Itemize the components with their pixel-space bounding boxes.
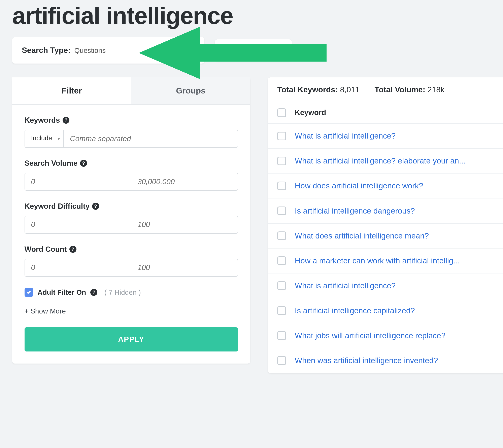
adult-filter-line2: / Keywords bbox=[223, 50, 284, 58]
adult-filter-summary-card[interactable]: Adult Filt... / Keywords bbox=[215, 39, 292, 61]
search-type-card[interactable]: Search Type: Questions bbox=[12, 37, 204, 64]
include-select-value: Include bbox=[31, 134, 52, 142]
results-panel: Total Keywords: 8,011 Total Volume: 218k… bbox=[268, 77, 503, 373]
adult-filter-label: Adult Filter On bbox=[38, 288, 86, 296]
wordcount-label: Word Count ? bbox=[25, 245, 238, 254]
table-row: What is artificial intelligence? elabora… bbox=[268, 149, 503, 174]
topbar: Search Type: Questions Adult Filt... / K… bbox=[12, 37, 503, 64]
difficulty-max-input[interactable] bbox=[131, 216, 238, 234]
tab-groups[interactable]: Groups bbox=[131, 77, 250, 104]
row-checkbox[interactable] bbox=[277, 132, 286, 140]
table-row: What is artificial intelligence?14.4k bbox=[268, 124, 503, 149]
results-summary: Total Keywords: 8,011 Total Volume: 218k bbox=[268, 77, 503, 102]
search-type-value: Questions bbox=[74, 47, 106, 54]
help-icon[interactable]: ? bbox=[90, 289, 97, 296]
keyword-link[interactable]: What does artificial intelligence mean? bbox=[295, 231, 429, 240]
row-checkbox[interactable] bbox=[277, 356, 286, 365]
keywords-input[interactable] bbox=[63, 130, 238, 148]
help-icon[interactable]: ? bbox=[63, 117, 70, 124]
search-type-label: Search Type: bbox=[22, 46, 70, 54]
table-row: Is artificial intelligence dangerous?720 bbox=[268, 198, 503, 224]
filter-tabs: Filter Groups bbox=[12, 77, 250, 105]
keyword-link[interactable]: How does artificial intelligence work? bbox=[295, 181, 423, 190]
total-keywords-label: Total Keywords: bbox=[277, 85, 338, 94]
table-row: How does artificial intelligence work?1.… bbox=[268, 174, 503, 198]
keyword-link[interactable]: What is artificial intelligence? elabora… bbox=[295, 157, 466, 165]
keyword-link[interactable]: When was artificial intelligence invente… bbox=[295, 356, 438, 365]
keyword-link[interactable]: What is artificial intelligence? bbox=[295, 131, 396, 140]
wordcount-min-input[interactable] bbox=[25, 259, 131, 277]
column-keyword[interactable]: Keyword bbox=[295, 108, 503, 117]
keyword-link[interactable]: How a marketer can work with artificial … bbox=[295, 256, 460, 265]
search-volume-max-input[interactable] bbox=[131, 173, 238, 191]
keywords-include-select[interactable]: Include ▾ bbox=[25, 130, 64, 148]
keyword-link[interactable]: What is artificial intelligence? bbox=[295, 281, 396, 290]
keywords-label-text: Keywords bbox=[25, 116, 60, 125]
keyword-link[interactable]: What jobs will artificial intelligence r… bbox=[295, 331, 445, 340]
row-checkbox[interactable] bbox=[277, 281, 286, 290]
page-title: artificial intelligence bbox=[12, 2, 503, 29]
total-volume-label: Total Volume: bbox=[374, 85, 425, 94]
row-checkbox[interactable] bbox=[277, 231, 286, 240]
check-icon bbox=[26, 290, 31, 295]
difficulty-min-input[interactable] bbox=[25, 216, 131, 234]
difficulty-label: Keyword Difficulty ? bbox=[25, 202, 238, 210]
help-icon[interactable]: ? bbox=[92, 203, 99, 210]
tab-filter[interactable]: Filter bbox=[12, 77, 131, 104]
row-checkbox[interactable] bbox=[277, 331, 286, 340]
table-row: What does artificial intelligence mean?5… bbox=[268, 224, 503, 249]
show-more-link[interactable]: + Show More bbox=[25, 307, 66, 315]
help-icon[interactable]: ? bbox=[69, 246, 76, 253]
wordcount-max-input[interactable] bbox=[131, 259, 238, 277]
table-row: How a marketer can work with artificial … bbox=[268, 249, 503, 273]
table-row: What jobs will artificial intelligence r… bbox=[268, 323, 503, 348]
keyword-link[interactable]: Is artificial intelligence dangerous? bbox=[295, 207, 415, 215]
apply-button[interactable]: APPLY bbox=[25, 327, 238, 352]
adult-filter-checkbox[interactable] bbox=[25, 288, 33, 297]
keyword-link[interactable]: Is artificial intelligence capitalized? bbox=[295, 306, 415, 315]
difficulty-label-text: Keyword Difficulty bbox=[25, 202, 90, 210]
chevron-down-icon: ▾ bbox=[58, 136, 60, 142]
help-icon[interactable]: ? bbox=[80, 160, 87, 167]
filter-panel: Filter Groups Keywords ? Include ▾ bbox=[12, 77, 250, 364]
select-all-checkbox[interactable] bbox=[277, 108, 286, 117]
row-checkbox[interactable] bbox=[277, 306, 286, 315]
adult-filter-line1: Adult Filt... bbox=[223, 43, 284, 50]
row-checkbox[interactable] bbox=[277, 157, 286, 165]
results-table-body: What is artificial intelligence?14.4kWha… bbox=[268, 124, 503, 373]
search-volume-label-text: Search Volume bbox=[25, 159, 78, 167]
total-volume-value: 218k bbox=[428, 85, 445, 94]
adult-filter-hidden-count: ( 7 Hidden ) bbox=[104, 288, 141, 296]
search-volume-min-input[interactable] bbox=[25, 173, 131, 191]
row-checkbox[interactable] bbox=[277, 182, 286, 190]
wordcount-label-text: Word Count bbox=[25, 245, 67, 254]
table-row: Is artificial intelligence capitalized?4… bbox=[268, 298, 503, 323]
keywords-label: Keywords ? bbox=[25, 116, 238, 125]
results-table-header: Keyword Volume bbox=[268, 102, 503, 124]
total-keywords-value: 8,011 bbox=[340, 85, 360, 94]
table-row: What is artificial intelligence?540 bbox=[268, 273, 503, 298]
table-row: When was artificial intelligence invente… bbox=[268, 348, 503, 373]
row-checkbox[interactable] bbox=[277, 207, 286, 215]
search-volume-label: Search Volume ? bbox=[25, 159, 238, 167]
row-checkbox[interactable] bbox=[277, 256, 286, 265]
